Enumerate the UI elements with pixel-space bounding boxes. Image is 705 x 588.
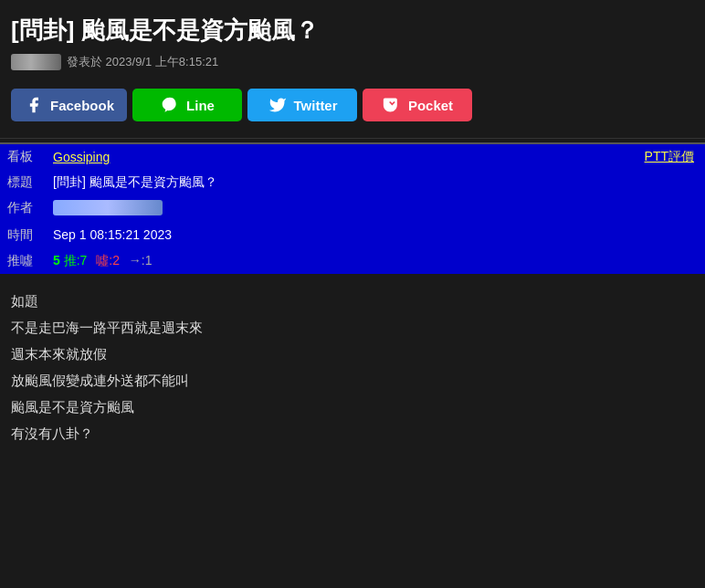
article-line-6: 有沒有八卦？ bbox=[11, 421, 694, 446]
title-section: [問卦] 颱風是不是資方颱風？ 發表於 2023/9/1 上午8:15:21 F… bbox=[0, 0, 705, 139]
line-label: Line bbox=[186, 98, 215, 113]
time-value: Sep 1 08:15:21 2023 bbox=[46, 223, 705, 248]
pocket-label: Pocket bbox=[408, 98, 453, 113]
pocket-icon bbox=[382, 95, 402, 115]
line-icon bbox=[160, 95, 180, 115]
push-row: 推噓 5 推:7 噓:2 →:1 bbox=[0, 248, 705, 274]
article-line-5: 颱風是不是資方颱風 bbox=[11, 394, 694, 419]
push-up: 推:7 bbox=[64, 253, 88, 268]
facebook-icon bbox=[24, 95, 44, 115]
share-buttons: Facebook Line Twitter bbox=[11, 81, 694, 131]
article-line-3: 週末本來就放假 bbox=[11, 341, 694, 366]
twitter-label: Twitter bbox=[294, 98, 338, 113]
author-avatar bbox=[11, 54, 61, 70]
post-meta: 發表於 2023/9/1 上午8:15:21 bbox=[11, 54, 694, 70]
article-line-1: 如題 bbox=[11, 289, 694, 313]
ptt-info-table: 看板 Gossiping PTT評價 標題 [問卦] 颱風是不是資方颱風？ 作者… bbox=[0, 142, 705, 274]
push-down: 噓:2 bbox=[96, 253, 120, 268]
article-line-2: 不是走巴海一路平西就是週末來 bbox=[11, 315, 694, 340]
facebook-label: Facebook bbox=[50, 98, 114, 113]
pocket-share-button[interactable]: Pocket bbox=[363, 89, 472, 121]
push-count: 5 bbox=[53, 253, 60, 268]
board-row: 看板 Gossiping PTT評價 bbox=[0, 143, 705, 170]
facebook-share-button[interactable]: Facebook bbox=[11, 89, 127, 121]
title-value: [問卦] 颱風是不是資方颱風？ bbox=[46, 170, 705, 195]
article-content: 如題 不是走巴海一路平西就是週末來 週末本來就放假 放颱風假變成連外送都不能叫 … bbox=[0, 274, 705, 466]
page-title: [問卦] 颱風是不是資方颱風？ bbox=[11, 15, 694, 47]
author-bar bbox=[53, 200, 163, 215]
time-label: 時間 bbox=[0, 223, 46, 248]
post-date: 發表於 2023/9/1 上午8:15:21 bbox=[67, 54, 218, 70]
twitter-icon bbox=[268, 95, 288, 115]
twitter-share-button[interactable]: Twitter bbox=[247, 89, 357, 121]
board-value: Gossiping PTT評價 bbox=[46, 143, 705, 170]
author-value bbox=[46, 195, 705, 223]
author-label: 作者 bbox=[0, 195, 46, 223]
ptt-rating-link[interactable]: PTT評價 bbox=[645, 149, 694, 165]
line-share-button[interactable]: Line bbox=[132, 89, 242, 121]
title-label: 標題 bbox=[0, 170, 46, 195]
push-label: 推噓 bbox=[0, 248, 46, 274]
gossiping-link[interactable]: Gossiping bbox=[53, 150, 110, 164]
article-line-4: 放颱風假變成連外送都不能叫 bbox=[11, 368, 694, 393]
author-row: 作者 bbox=[0, 195, 705, 223]
board-label: 看板 bbox=[0, 143, 46, 170]
time-row: 時間 Sep 1 08:15:21 2023 bbox=[0, 223, 705, 248]
push-neutral: →:1 bbox=[129, 253, 153, 268]
push-value: 5 推:7 噓:2 →:1 bbox=[46, 248, 705, 274]
title-row: 標題 [問卦] 颱風是不是資方颱風？ bbox=[0, 170, 705, 195]
